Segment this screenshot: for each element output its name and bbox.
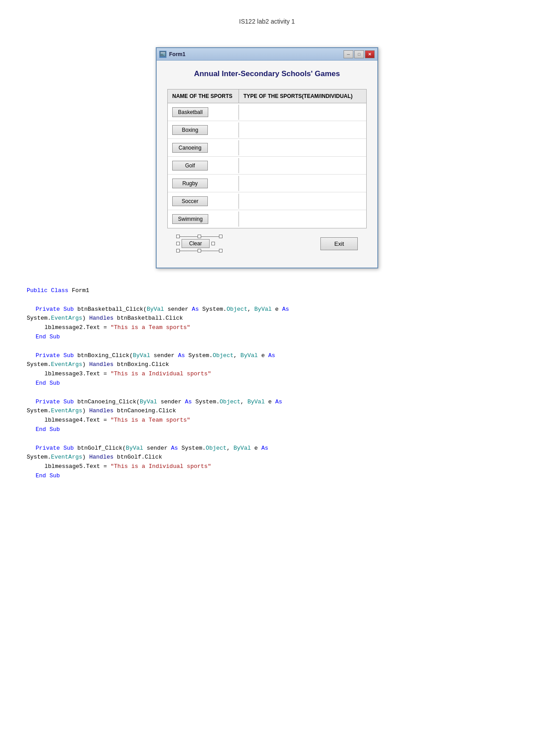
code-line — [27, 342, 507, 351]
sport-cell-rugby: Rugby — [168, 176, 239, 191]
close-button[interactable]: ✕ — [365, 50, 375, 58]
slider-box-3 — [219, 235, 222, 238]
sport-cell-canoeing: Canoeing — [168, 140, 239, 155]
table-row: Golf — [168, 157, 366, 175]
window-title: Form1 — [169, 51, 186, 57]
code-line: End Sub — [27, 379, 507, 388]
table-row: Canoeing — [168, 139, 366, 157]
code-line: System.EventArgs) Handles btnBasketball.… — [27, 314, 507, 323]
title-bar-left: Form1 — [159, 51, 186, 58]
code-line: lblmessage3.Text = "This is a Individual… — [27, 370, 507, 379]
type-cell-rugby — [239, 181, 366, 186]
table-row: Boxing — [168, 121, 366, 139]
slider-box-7 — [198, 249, 201, 252]
table-header: NAME OF THE SPORTS TYPE OF THE SPORTS(TE… — [168, 89, 366, 103]
slider-box-2 — [198, 235, 201, 238]
slider-line-2 — [201, 236, 219, 237]
app-title: Annual Inter-Secondary Schools' Games — [167, 69, 367, 78]
svg-rect-1 — [161, 52, 165, 53]
sport-cell-golf: Golf — [168, 158, 239, 173]
col1-header: NAME OF THE SPORTS — [168, 89, 239, 103]
table-row: Swimming — [168, 210, 366, 228]
clear-button[interactable]: Clear — [182, 239, 210, 248]
code-line — [27, 388, 507, 398]
sport-cell-soccer: Soccer — [168, 194, 239, 209]
slider-line-3 — [180, 251, 198, 251]
basketball-button[interactable]: Basketball — [172, 107, 208, 117]
window-body: Annual Inter-Secondary Schools' Games NA… — [157, 61, 377, 268]
sport-cell-swimming: Swimming — [168, 211, 239, 227]
window-controls: ─ □ ✕ — [344, 50, 375, 58]
code-line: System.EventArgs) Handles btnBoxing.Clic… — [27, 360, 507, 370]
code-line: lblmessage5.Text = "This is a Individual… — [27, 462, 507, 471]
code-line: End Sub — [27, 471, 507, 481]
sport-cell-basketball: Basketball — [168, 105, 239, 120]
slider-box-5 — [211, 242, 215, 245]
code-line: Private Sub btnCanoeing_Click(ByVal send… — [27, 398, 507, 407]
slider-widget: Clear — [176, 235, 222, 252]
type-cell-swimming — [239, 216, 366, 222]
code-line: End Sub — [27, 425, 507, 435]
form-icon — [159, 51, 166, 58]
swimming-button[interactable]: Swimming — [172, 214, 208, 224]
code-line: lblmessage2.Text = "This is a Team sport… — [27, 323, 507, 333]
slider-box-6 — [176, 249, 180, 252]
slider-line-4 — [201, 251, 219, 251]
code-line: System.EventArgs) Handles btnCanoeing.Cl… — [27, 406, 507, 416]
code-section: Public Class Form1 Private Sub btnBasket… — [27, 286, 507, 481]
bottom-bar: Clear Exit — [167, 228, 367, 259]
minimize-button[interactable]: ─ — [344, 50, 353, 58]
table-row: Soccer — [168, 192, 366, 210]
type-cell-boxing — [239, 127, 366, 133]
golf-button[interactable]: Golf — [172, 161, 208, 171]
table-row: Rugby — [168, 175, 366, 192]
col2-header: TYPE OF THE SPORTS(TEAM/INDIVIDUAL) — [239, 89, 366, 103]
code-line: lblmessage4.Text = "This is a Team sport… — [27, 416, 507, 425]
slider-box-1 — [176, 235, 180, 238]
code-line: Private Sub btnBoxing_Click(ByVal sender… — [27, 351, 507, 361]
title-bar: Form1 ─ □ ✕ — [157, 48, 377, 61]
table-row: Basketball — [168, 103, 366, 121]
code-line: End Sub — [27, 333, 507, 342]
code-line: Private Sub btnGolf_Click(ByVal sender A… — [27, 444, 507, 453]
slider-line-1 — [180, 236, 198, 237]
code-line: Private Sub btnBasketball_Click(ByVal se… — [27, 305, 507, 314]
slider-box-4 — [176, 242, 180, 245]
code-line — [27, 296, 507, 305]
canoeing-button[interactable]: Canoeing — [172, 143, 208, 153]
maximize-button[interactable]: □ — [354, 50, 364, 58]
soccer-button[interactable]: Soccer — [172, 196, 208, 206]
rugby-button[interactable]: Rugby — [172, 179, 208, 188]
type-cell-basketball — [239, 110, 366, 115]
boxing-button[interactable]: Boxing — [172, 125, 208, 135]
type-cell-soccer — [239, 199, 366, 204]
type-cell-canoeing — [239, 145, 366, 150]
slider-box-8 — [219, 249, 222, 252]
code-line: Public Class Form1 — [27, 286, 507, 296]
exit-button[interactable]: Exit — [320, 237, 358, 250]
sports-table: NAME OF THE SPORTS TYPE OF THE SPORTS(TE… — [167, 89, 367, 228]
type-cell-golf — [239, 163, 366, 168]
code-line: System.EventArgs) Handles btnGolf.Click — [27, 453, 507, 462]
form-window: Form1 ─ □ ✕ Annual Inter-Secondary Schoo… — [156, 47, 378, 268]
code-line — [27, 435, 507, 444]
page-title: IS122 lab2 activity 1 — [0, 0, 534, 38]
sport-cell-boxing: Boxing — [168, 122, 239, 138]
